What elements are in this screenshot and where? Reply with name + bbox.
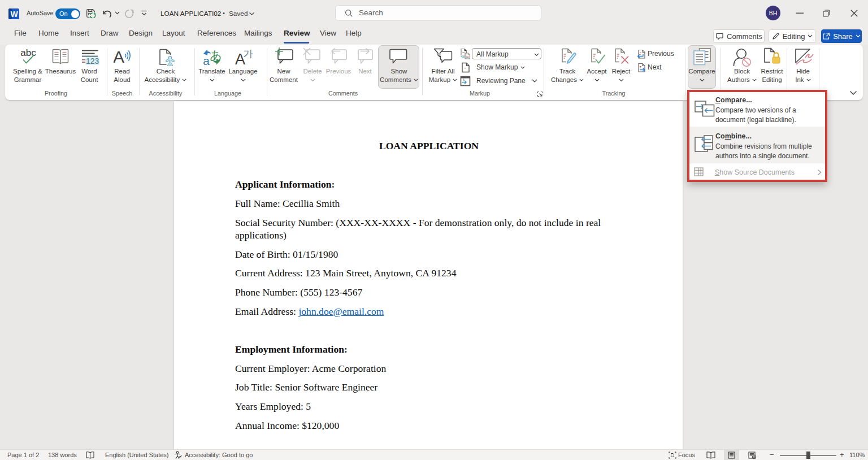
svg-text:W: W bbox=[10, 10, 18, 19]
svg-text:abc: abc bbox=[20, 47, 36, 58]
svg-text:가: 가 bbox=[243, 48, 253, 59]
svg-text:あ: あ bbox=[210, 49, 222, 62]
svg-text:a: a bbox=[203, 54, 210, 67]
svg-text:A: A bbox=[114, 48, 124, 65]
svg-text:123: 123 bbox=[86, 57, 99, 66]
